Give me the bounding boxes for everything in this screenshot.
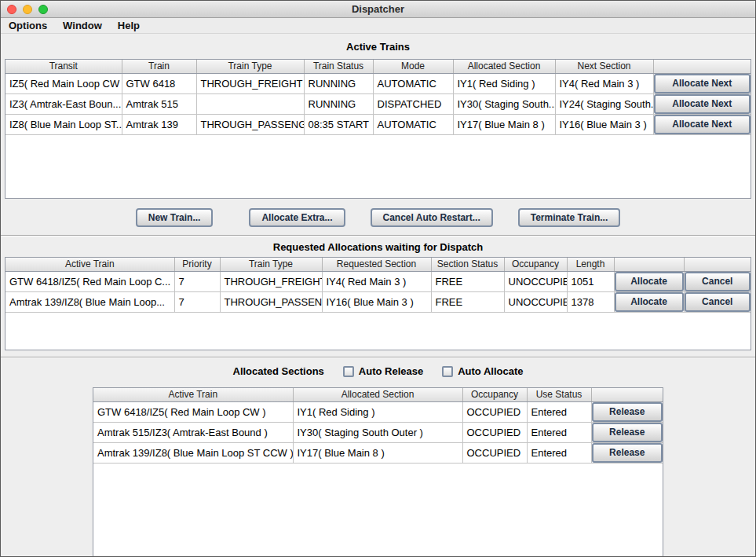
allocate-next-button[interactable]: Allocate Next (654, 94, 751, 114)
zoom-window-icon[interactable] (38, 5, 48, 14)
active-trains-button-row: New Train... Allocate Extra... Cancel Au… (1, 208, 755, 227)
col-header-use-status[interactable]: Use Status (527, 388, 591, 401)
table-row: Amtrak 139/IZ8( Blue Main Loop... 7 THRO… (5, 291, 751, 312)
cell-allocated-section: IY1( Red Siding ) (293, 401, 462, 422)
cell-train-status: RUNNING (304, 93, 373, 114)
requested-allocations-title: Requested Allocations waiting for Dispat… (1, 236, 755, 257)
cell-train: Amtrak 515 (122, 93, 196, 114)
col-header-occupancy[interactable]: Occupancy (504, 258, 567, 271)
table-row: IZ8( Blue Main Loop ST... Amtrak 139 THR… (5, 114, 751, 134)
col-header-allocated-section[interactable]: Allocated Section (453, 60, 555, 73)
active-trains-table: Transit Train Train Type Train Status Mo… (5, 59, 751, 199)
allocate-button[interactable]: Allocate (615, 292, 684, 312)
col-header-release (591, 388, 663, 401)
cancel-button[interactable]: Cancel (685, 272, 751, 291)
col-header-transit[interactable]: Transit (5, 60, 122, 73)
menu-help[interactable]: Help (118, 20, 140, 31)
window-controls (7, 5, 48, 14)
cell-allocated-section: IY30( Staging South Outer ) (293, 422, 462, 442)
col-header-train-type[interactable]: Train Type (196, 60, 304, 73)
cell-train-type: THROUGH_PASSENGER (196, 114, 304, 134)
cell-allocated-section: IY17( Blue Main 8 ) (453, 114, 555, 134)
cell-train-type: THROUGH_FREIGHT (196, 73, 304, 93)
new-train-button[interactable]: New Train... (136, 208, 214, 227)
release-button[interactable]: Release (592, 423, 663, 442)
cell-occupancy: OCCUPIED (462, 401, 527, 422)
cell-mode: AUTOMATIC (373, 114, 453, 134)
allocate-next-button[interactable]: Allocate Next (654, 74, 751, 93)
menu-options[interactable]: Options (9, 20, 47, 31)
active-trains-header-row: Transit Train Train Type Train Status Mo… (5, 60, 751, 73)
cell-active-train: Amtrak 139/IZ8( Blue Main Loop... (5, 291, 174, 312)
col-header-cancel (684, 258, 751, 271)
col-header-requested-section[interactable]: Requested Section (322, 258, 431, 271)
cell-next-section: IY24( Staging South... (555, 93, 653, 114)
cell-transit: IZ8( Blue Main Loop ST... (5, 114, 122, 134)
col-header-length[interactable]: Length (567, 258, 614, 271)
col-header-active-train[interactable]: Active Train (93, 388, 293, 401)
col-header-priority[interactable]: Priority (174, 258, 220, 271)
auto-release-label: Auto Release (359, 365, 423, 377)
cell-mode: DISPATCHED (373, 93, 453, 114)
table-row: Amtrak 139/IZ8( Blue Main Loop ST CCW ) … (93, 442, 663, 463)
col-header-next-section[interactable]: Next Section (555, 60, 653, 73)
col-header-train-type[interactable]: Train Type (220, 258, 322, 271)
cell-allocated-section: IY30( Staging South... (453, 93, 555, 114)
titlebar: Dispatcher (1, 1, 755, 18)
auto-allocate-label: Auto Allocate (458, 365, 523, 377)
cell-length: 1051 (567, 271, 614, 291)
table-row: IZ5( Red Main Loop CW ) GTW 6418 THROUGH… (5, 73, 751, 93)
col-header-active-train[interactable]: Active Train (5, 258, 174, 271)
cell-occupancy: OCCUPIED (462, 442, 527, 463)
checkbox-icon[interactable] (442, 366, 453, 377)
col-header-allocate (614, 258, 684, 271)
cell-transit: IZ3( Amtrak-East Boun... (5, 93, 122, 114)
cell-next-section: IY4( Red Main 3 ) (555, 73, 653, 93)
cell-next-section: IY16( Blue Main 3 ) (555, 114, 653, 134)
cell-train-type: THROUGH_PASSEN... (220, 291, 322, 312)
col-header-section-status[interactable]: Section Status (431, 258, 504, 271)
minimize-window-icon[interactable] (23, 5, 32, 14)
cancel-button[interactable]: Cancel (685, 292, 751, 312)
allocate-extra-button[interactable]: Allocate Extra... (249, 208, 345, 227)
cell-priority: 7 (174, 291, 220, 312)
auto-release-checkbox[interactable]: Auto Release (343, 365, 423, 377)
cell-transit: IZ5( Red Main Loop CW ) (5, 73, 122, 93)
terminate-train-button[interactable]: Terminate Train... (518, 208, 620, 227)
cell-section-status: FREE (431, 271, 504, 291)
requested-allocations-header-row: Active Train Priority Train Type Request… (5, 258, 751, 271)
col-header-allocated-section[interactable]: Allocated Section (293, 388, 462, 401)
allocated-sections-header: Allocated Sections Auto Release Auto All… (1, 358, 755, 383)
table-row: GTW 6418/IZ5( Red Main Loop CW ) IY1( Re… (93, 401, 663, 422)
col-header-train[interactable]: Train (122, 60, 196, 73)
cell-train-status: 08:35 START (304, 114, 373, 134)
menu-window[interactable]: Window (63, 20, 102, 31)
cancel-auto-restart-button[interactable]: Cancel Auto Restart... (371, 208, 493, 227)
col-header-action (653, 60, 751, 73)
col-header-mode[interactable]: Mode (373, 60, 453, 73)
col-header-occupancy[interactable]: Occupancy (462, 388, 527, 401)
allocate-button[interactable]: Allocate (615, 272, 684, 291)
cell-use-status: Entered (527, 422, 591, 442)
auto-allocate-checkbox[interactable]: Auto Allocate (442, 365, 523, 377)
cell-requested-section: IY16( Blue Main 3 ) (322, 291, 431, 312)
release-button[interactable]: Release (592, 443, 663, 463)
cell-mode: AUTOMATIC (373, 73, 453, 93)
allocate-next-button[interactable]: Allocate Next (654, 115, 751, 134)
spacer (1, 350, 755, 357)
table-row: GTW 6418/IZ5( Red Main Loop C... 7 THROU… (5, 271, 751, 291)
cell-active-train: GTW 6418/IZ5( Red Main Loop CW ) (93, 401, 293, 422)
allocated-sections-title: Allocated Sections (233, 365, 324, 377)
active-trains-title: Active Trains (1, 34, 755, 59)
release-button[interactable]: Release (592, 402, 663, 422)
cell-active-train: GTW 6418/IZ5( Red Main Loop C... (5, 271, 174, 291)
checkbox-icon[interactable] (343, 366, 354, 377)
cell-train-type (196, 93, 304, 114)
cell-train: Amtrak 139 (122, 114, 196, 134)
cell-allocated-section: IY1( Red Siding ) (453, 73, 555, 93)
col-header-train-status[interactable]: Train Status (304, 60, 373, 73)
close-window-icon[interactable] (7, 5, 16, 14)
window-title: Dispatcher (1, 3, 755, 15)
cell-use-status: Entered (527, 401, 591, 422)
cell-train: GTW 6418 (122, 73, 196, 93)
